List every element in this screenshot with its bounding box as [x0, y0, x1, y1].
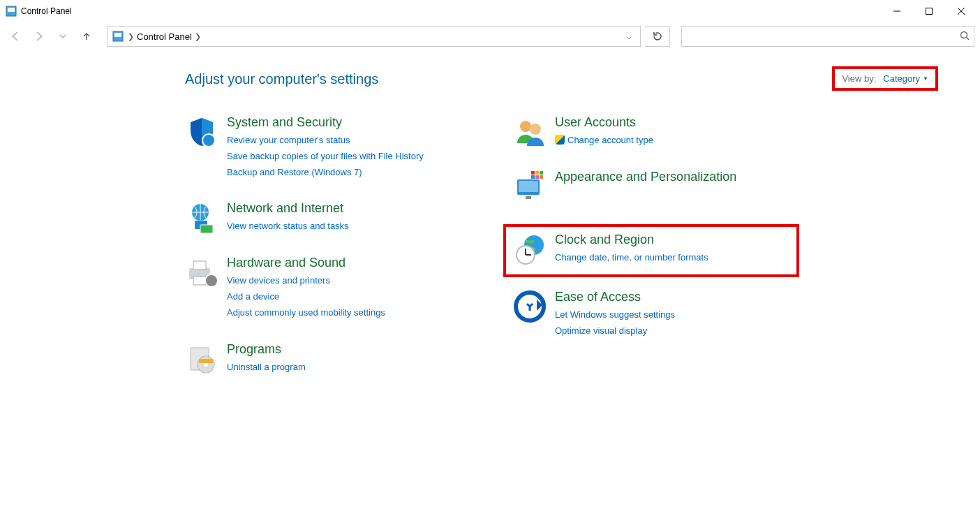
category-column-right: User Accounts Change account type Appear…: [513, 115, 799, 397]
svg-rect-7: [114, 33, 121, 37]
chevron-right-icon[interactable]: ❯: [128, 32, 134, 41]
svg-rect-1: [8, 8, 15, 12]
category-appearance-personalization: Appearance and Personalization: [513, 170, 799, 203]
category-title[interactable]: Ease of Access: [555, 290, 675, 304]
category-clock-region: Clock and Region Change date, time, or n…: [503, 224, 799, 277]
search-icon[interactable]: [960, 31, 970, 43]
search-box[interactable]: [681, 26, 974, 47]
category-programs: Programs Uninstall a program: [185, 342, 471, 376]
svg-rect-33: [540, 175, 543, 179]
programs-icon: [185, 342, 218, 376]
category-title[interactable]: Hardware and Sound: [227, 256, 385, 270]
svg-rect-13: [200, 225, 213, 233]
category-ease-of-access: Ease of Access Let Windows suggest setti…: [513, 290, 799, 339]
minimize-button[interactable]: [881, 0, 913, 22]
category-title[interactable]: Appearance and Personalization: [555, 170, 736, 184]
svg-rect-31: [531, 175, 535, 179]
address-bar[interactable]: ❯ Control Panel ❯ ⌵: [107, 26, 641, 47]
ease-of-access-icon: [513, 290, 547, 323]
category-user-accounts: User Accounts Change account type: [513, 115, 799, 149]
svg-point-8: [961, 31, 967, 38]
users-icon: [513, 115, 547, 149]
category-title[interactable]: Network and Internet: [227, 201, 349, 216]
category-hardware-sound: Hardware and Sound View devices and prin…: [185, 256, 471, 320]
category-link[interactable]: View devices and printers: [227, 273, 385, 289]
personalization-icon: [513, 170, 547, 203]
window-title: Control Panel: [21, 6, 72, 16]
globe-network-icon: [185, 201, 218, 235]
svg-rect-27: [526, 196, 531, 199]
breadcrumb-item[interactable]: Control Panel: [137, 31, 192, 42]
view-by-value[interactable]: Category ▼: [883, 73, 928, 84]
svg-line-9: [967, 37, 970, 40]
category-network-internet: Network and Internet View network status…: [185, 201, 471, 235]
nav-up-button[interactable]: [77, 27, 96, 46]
category-link[interactable]: Uninstall a program: [227, 360, 306, 376]
category-link[interactable]: Optimize visual display: [555, 323, 675, 339]
category-system-security: System and Security Review your computer…: [185, 115, 471, 180]
refresh-button[interactable]: [645, 26, 670, 47]
maximize-button[interactable]: [913, 0, 945, 22]
category-link[interactable]: Change date, time, or number formats: [555, 250, 708, 266]
content-area: Adjust your computer's settings View by:…: [0, 50, 980, 411]
category-link[interactable]: Adjust commonly used mobility settings: [227, 305, 385, 321]
chevron-right-icon[interactable]: ❯: [195, 32, 201, 41]
location-icon: [111, 31, 125, 42]
app-icon: [6, 6, 17, 17]
close-button[interactable]: [945, 0, 977, 22]
svg-point-24: [530, 124, 541, 135]
svg-rect-16: [193, 277, 206, 285]
category-link[interactable]: Change account type: [555, 133, 653, 149]
clock-globe-icon: [513, 233, 547, 266]
svg-rect-3: [926, 8, 933, 15]
category-link[interactable]: Backup and Restore (Windows 7): [227, 165, 424, 181]
titlebar: Control Panel: [0, 0, 980, 22]
svg-rect-22: [199, 359, 213, 363]
view-by-selector[interactable]: View by: Category ▼: [832, 66, 938, 91]
svg-rect-30: [540, 171, 543, 175]
shield-icon: [185, 115, 218, 149]
category-link[interactable]: Review your computer's status: [227, 133, 424, 149]
svg-point-10: [202, 134, 215, 147]
category-link[interactable]: Save backup copies of your files with Fi…: [227, 149, 424, 165]
address-dropdown-icon[interactable]: ⌵: [621, 32, 637, 41]
category-link[interactable]: Add a device: [227, 289, 385, 305]
svg-rect-15: [193, 261, 206, 270]
category-column-left: System and Security Review your computer…: [185, 115, 471, 397]
svg-point-23: [520, 121, 531, 132]
dropdown-icon: ▼: [923, 75, 928, 82]
view-by-label: View by:: [842, 73, 876, 84]
svg-rect-29: [535, 171, 539, 175]
svg-rect-28: [531, 171, 535, 175]
recent-locations-button[interactable]: [53, 27, 73, 46]
nav-forward-button[interactable]: [29, 27, 49, 46]
category-link[interactable]: Let Windows suggest settings: [555, 307, 675, 323]
category-title[interactable]: Programs: [227, 342, 306, 357]
nav-back-button[interactable]: [6, 27, 25, 46]
printer-icon: [185, 256, 218, 289]
svg-rect-26: [519, 181, 538, 192]
category-title[interactable]: User Accounts: [555, 115, 653, 130]
svg-point-17: [205, 274, 218, 287]
category-title[interactable]: Clock and Region: [555, 233, 708, 247]
svg-rect-32: [535, 175, 539, 179]
toolbar: ❯ Control Panel ❯ ⌵: [0, 22, 980, 50]
search-input[interactable]: [686, 27, 960, 46]
category-title[interactable]: System and Security: [227, 115, 424, 130]
category-link[interactable]: View network status and tasks: [227, 219, 349, 235]
